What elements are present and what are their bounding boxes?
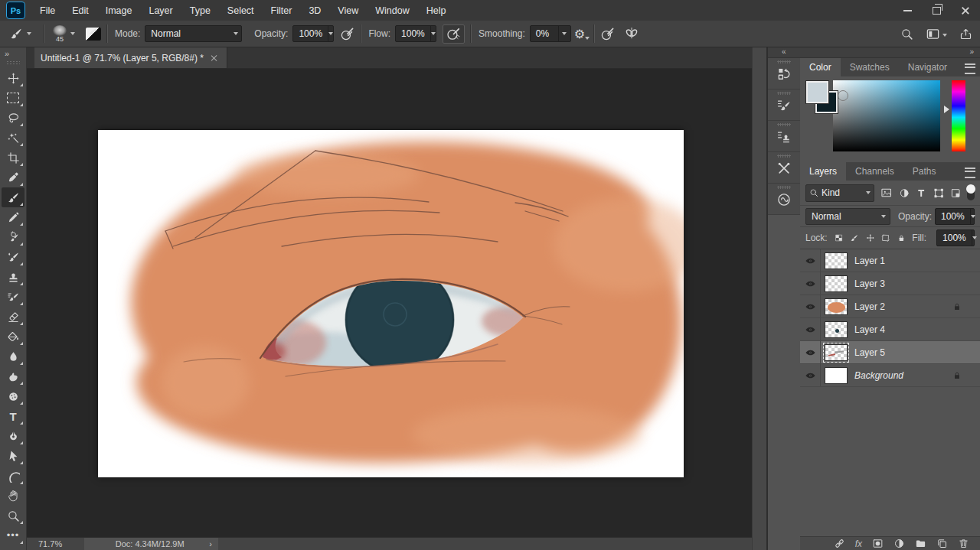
- layer-visibility-toggle[interactable]: [800, 249, 821, 272]
- tool-magic-wand[interactable]: [2, 128, 24, 148]
- tab-color[interactable]: Color: [800, 58, 841, 76]
- menu-select[interactable]: Select: [219, 5, 263, 16]
- layer-row-selected[interactable]: Layer 5: [800, 341, 980, 364]
- document-scrollbar[interactable]: [752, 47, 766, 550]
- smoothing-options-button[interactable]: ⚙: [574, 27, 585, 41]
- filter-pixel-layers-icon[interactable]: [880, 187, 892, 199]
- layer-thumbnail[interactable]: [825, 252, 848, 269]
- tab-swatches[interactable]: Swatches: [841, 58, 899, 76]
- hue-slider-arrow[interactable]: [944, 106, 949, 113]
- status-zoom-field[interactable]: 71.7%: [38, 539, 84, 548]
- panel-menu-icon[interactable]: [965, 168, 975, 178]
- tab-navigator[interactable]: Navigator: [899, 58, 956, 76]
- tool-path-selection[interactable]: [2, 446, 24, 466]
- layer-thumbnail[interactable]: [825, 298, 848, 315]
- workspace-switcher[interactable]: [926, 27, 947, 41]
- link-layers-button[interactable]: [834, 538, 845, 549]
- new-adjustment-layer-button[interactable]: [893, 538, 905, 549]
- tab-layers[interactable]: Layers: [800, 162, 846, 181]
- layer-visibility-toggle[interactable]: [800, 364, 821, 386]
- layer-name[interactable]: Layer 5: [854, 347, 885, 358]
- tool-mixer-brush[interactable]: [2, 247, 24, 267]
- tab-channels[interactable]: Channels: [846, 162, 903, 181]
- layer-fill-field[interactable]: 100%: [936, 229, 975, 246]
- toolbar-grip[interactable]: [6, 60, 20, 65]
- brush-preset-picker[interactable]: 45: [50, 24, 81, 44]
- menu-file[interactable]: File: [31, 5, 64, 16]
- close-button[interactable]: [951, 0, 980, 21]
- layer-filter-select[interactable]: Kind: [805, 184, 874, 202]
- color-picker-marker[interactable]: [838, 90, 848, 101]
- filter-adjustment-layers-icon[interactable]: [899, 187, 910, 199]
- layer-thumbnail[interactable]: [825, 344, 848, 361]
- layer-name[interactable]: Background: [854, 370, 903, 381]
- expand-dock-button[interactable]: «: [782, 47, 786, 56]
- history-panel-button[interactable]: [768, 58, 800, 89]
- toolbar-expand-button[interactable]: »: [0, 47, 26, 58]
- lock-all-icon[interactable]: [897, 233, 906, 243]
- layer-blend-mode-select[interactable]: Normal: [805, 208, 890, 225]
- tool-eyedropper[interactable]: [2, 168, 24, 187]
- menu-layer[interactable]: Layer: [140, 5, 181, 16]
- lock-artboard-icon[interactable]: [881, 233, 890, 243]
- lock-position-icon[interactable]: [866, 233, 875, 243]
- layer-row[interactable]: Layer 2: [800, 295, 980, 318]
- delete-layer-button[interactable]: [958, 538, 969, 549]
- brush-settings-panel-button[interactable]: [768, 89, 800, 121]
- tool-presets-panel-button[interactable]: [768, 152, 800, 184]
- tool-paint-bucket[interactable]: [2, 327, 24, 347]
- edit-toolbar-button[interactable]: •••: [2, 526, 24, 545]
- hue-slider[interactable]: [952, 80, 965, 151]
- tool-move[interactable]: [2, 68, 24, 88]
- search-icon[interactable]: [900, 28, 913, 41]
- filter-type-layers-icon[interactable]: [916, 187, 926, 199]
- tool-lasso[interactable]: [2, 108, 24, 128]
- clone-source-panel-button[interactable]: [768, 121, 800, 152]
- menu-3d[interactable]: 3D: [300, 5, 329, 16]
- tool-hand[interactable]: [2, 486, 24, 506]
- saturation-brightness-field[interactable]: [833, 80, 940, 151]
- panel-menu-icon[interactable]: [965, 63, 975, 74]
- airbrush-toggle[interactable]: [443, 24, 465, 44]
- tool-zoom[interactable]: [2, 506, 24, 526]
- foreground-color-swatch[interactable]: [806, 81, 828, 103]
- toggle-brush-settings-button[interactable]: [86, 28, 101, 41]
- layer-thumbnail[interactable]: [825, 275, 848, 292]
- tool-pencil[interactable]: [2, 207, 24, 227]
- tool-ellipse-shape[interactable]: [2, 466, 24, 486]
- document-tab[interactable]: Untitled-1 @ 71.7% (Layer 5, RGB/8#) *: [34, 47, 227, 68]
- layer-style-button[interactable]: fx: [855, 539, 862, 549]
- layer-thumbnail[interactable]: [825, 367, 848, 384]
- restore-button[interactable]: [922, 0, 951, 21]
- status-chevron-icon[interactable]: ›: [209, 539, 212, 548]
- layer-visibility-toggle[interactable]: [800, 341, 821, 363]
- menu-type[interactable]: Type: [181, 5, 219, 16]
- tool-brush[interactable]: [2, 187, 24, 207]
- tool-sponge[interactable]: [2, 386, 24, 406]
- tool-type[interactable]: T: [2, 406, 24, 426]
- layer-name[interactable]: Layer 2: [854, 301, 885, 312]
- menu-filter[interactable]: Filter: [263, 5, 301, 16]
- menu-help[interactable]: Help: [418, 5, 455, 16]
- layer-filtering-toggle[interactable]: [967, 186, 975, 200]
- layer-visibility-toggle[interactable]: [800, 318, 821, 340]
- new-layer-button[interactable]: [936, 538, 948, 549]
- share-icon[interactable]: [959, 28, 972, 41]
- libraries-panel-button[interactable]: [768, 184, 800, 215]
- tool-clone-stamp[interactable]: [2, 267, 24, 287]
- smoothing-field[interactable]: 0%: [530, 25, 571, 42]
- blend-mode-select[interactable]: Normal: [145, 25, 242, 42]
- layer-row[interactable]: Layer 4: [800, 318, 980, 341]
- paint-symmetry-icon[interactable]: [624, 26, 639, 41]
- tool-smudge[interactable]: [2, 366, 24, 386]
- filter-shape-layers-icon[interactable]: [933, 187, 944, 199]
- pressure-opacity-icon[interactable]: [340, 27, 354, 41]
- collapse-panels-button[interactable]: »: [969, 47, 974, 56]
- add-layer-mask-button[interactable]: [872, 538, 884, 549]
- menu-image[interactable]: Image: [97, 5, 141, 16]
- new-group-button[interactable]: [915, 538, 926, 549]
- tool-crop[interactable]: [2, 148, 24, 168]
- lock-transparent-pixels-icon[interactable]: [835, 233, 844, 243]
- layer-visibility-toggle[interactable]: [800, 272, 821, 295]
- menu-window[interactable]: Window: [367, 5, 417, 16]
